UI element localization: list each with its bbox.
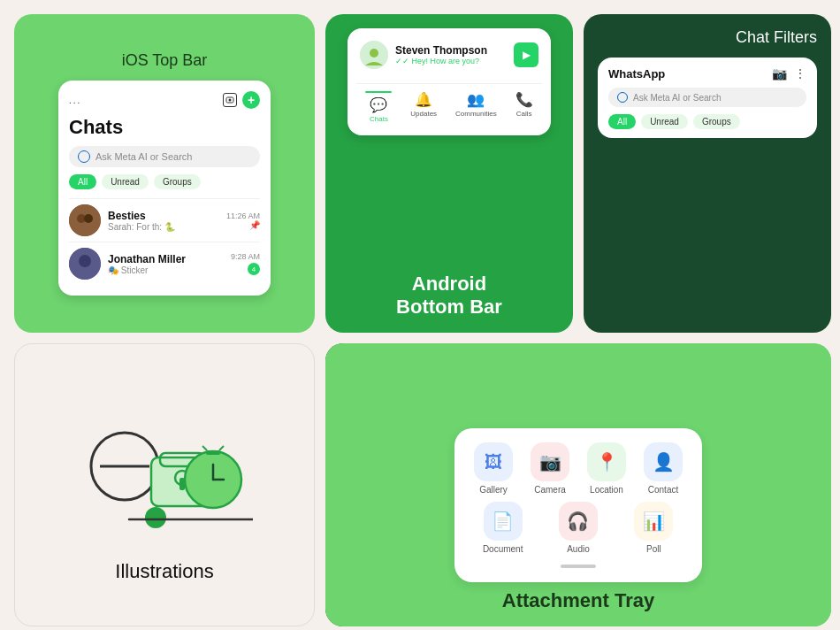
- pin-icon: 📌: [226, 220, 260, 230]
- att-poll[interactable]: 📊 Poll: [620, 502, 688, 554]
- svg-point-6: [79, 255, 91, 267]
- android-contact-status: ✓✓ Hey! How are you?: [395, 57, 487, 65]
- android-contact-name: Steven Thompson: [395, 44, 487, 57]
- chat-info-jonathan: Jonathan Miller 🎭 Sticker: [108, 253, 224, 275]
- illustrations-card: Illustrations: [14, 343, 315, 626]
- chat-item-jonathan[interactable]: Jonathan Miller 🎭 Sticker 9:28 AM 4: [69, 242, 260, 285]
- cf-meta-icon: [617, 92, 628, 103]
- chat-meta-jonathan: 9:28 AM 4: [231, 252, 260, 275]
- bottom-handle: [561, 565, 596, 568]
- communities-nav-label: Communities: [455, 110, 497, 118]
- android-title-line2: Bottom Bar: [396, 296, 502, 319]
- android-nav-calls[interactable]: 📞 Calls: [515, 91, 533, 123]
- cf-filter-unread[interactable]: Unread: [641, 114, 688, 129]
- android-card-title: Android Bottom Bar: [396, 262, 502, 319]
- attachment-grid-bottom: 📄 Document 🎧 Audio 📊 Poll: [469, 502, 688, 554]
- chat-time-besties: 11:26 AM: [226, 211, 260, 220]
- phone-top-icons: +: [223, 91, 260, 109]
- cf-filter-groups[interactable]: Groups: [693, 114, 740, 129]
- calls-nav-label: Calls: [516, 110, 532, 118]
- unread-badge-jonathan: 4: [248, 263, 260, 275]
- att-contact[interactable]: 👤 Contact: [638, 442, 688, 495]
- chat-time-jonathan: 9:28 AM: [231, 252, 260, 261]
- android-title-line1: Android: [396, 273, 502, 296]
- search-placeholder: Ask Meta AI or Search: [95, 151, 192, 162]
- chat-filters-card: Chat Filters WhatsApp 📷 ⋮ Ask Meta AI or…: [584, 14, 831, 333]
- ios-search-bar[interactable]: Ask Meta AI or Search: [69, 146, 260, 167]
- chat-preview-jonathan: 🎭 Sticker: [108, 265, 224, 275]
- svg-point-35: [145, 507, 166, 528]
- android-bottom-nav: 💬 Chats 🔔 Updates 👥 Communities 📞 Calls: [356, 83, 542, 127]
- chat-info-besties: Besties Sarah: For th: 🐍: [108, 210, 219, 232]
- att-gallery[interactable]: 🖼 Gallery: [469, 442, 518, 495]
- android-chat-header: Steven Thompson ✓✓ Hey! How are you? ▶: [356, 37, 542, 76]
- document-icon-btn: 📄: [484, 502, 523, 541]
- camera-label: Camera: [534, 485, 566, 495]
- chats-nav-icon: 💬: [370, 96, 387, 113]
- attachment-content: 🖼 Gallery 📷 Camera 📍 Location 👤 Contact: [340, 428, 817, 612]
- main-grid: iOS Top Bar ... + Chats Ask Meta AI or S…: [0, 0, 840, 630]
- cf-camera-icon: 📷: [772, 66, 787, 81]
- meta-icon: [78, 150, 90, 163]
- att-location[interactable]: 📍 Location: [582, 442, 631, 495]
- chat-meta-besties: 11:26 AM 📌: [226, 211, 260, 230]
- attachment-tray-card: 🖼 Gallery 📷 Camera 📍 Location 👤 Contact: [325, 343, 831, 626]
- android-nav-communities[interactable]: 👥 Communities: [455, 91, 497, 123]
- nav-indicator: [365, 91, 392, 93]
- filter-row: All Unread Groups: [69, 174, 260, 189]
- chat-item-besties[interactable]: Besties Sarah: For th: 🐍 11:26 AM 📌: [69, 198, 260, 242]
- android-video-button[interactable]: ▶: [514, 42, 538, 67]
- chat-name-jonathan: Jonathan Miller: [108, 253, 224, 265]
- contact-label: Contact: [648, 485, 678, 495]
- avatar-jonathan: [69, 248, 101, 280]
- svg-line-34: [219, 446, 224, 450]
- updates-nav-icon: 🔔: [415, 91, 432, 108]
- chat-filters-mockup: WhatsApp 📷 ⋮ Ask Meta AI or Search All U…: [598, 58, 817, 138]
- filter-groups[interactable]: Groups: [154, 174, 201, 189]
- filter-unread[interactable]: Unread: [102, 174, 149, 189]
- android-avatar: [360, 41, 388, 69]
- filter-all[interactable]: All: [69, 174, 96, 189]
- chats-heading: Chats: [69, 116, 260, 139]
- att-camera[interactable]: 📷 Camera: [525, 442, 575, 495]
- communities-nav-icon: 👥: [467, 91, 485, 108]
- location-icon-btn: 📍: [587, 442, 626, 481]
- location-label: Location: [590, 485, 623, 495]
- camera-icon: [223, 93, 237, 107]
- cf-filter-all[interactable]: All: [608, 114, 636, 129]
- cf-search-bar[interactable]: Ask Meta AI or Search: [608, 88, 806, 107]
- android-contact-info: Steven Thompson ✓✓ Hey! How are you?: [395, 44, 487, 65]
- chat-name-besties: Besties: [108, 210, 219, 222]
- chat-filters-title: Chat Filters: [598, 28, 817, 47]
- cf-menu-icon: ⋮: [794, 66, 806, 81]
- camera-icon-btn: 📷: [531, 442, 569, 481]
- audio-label: Audio: [567, 544, 590, 554]
- ios-phone-mockup: ... + Chats Ask Meta AI or Search All Un…: [58, 81, 271, 296]
- svg-point-1: [229, 99, 232, 102]
- att-document[interactable]: 📄 Document: [469, 502, 537, 554]
- cf-header-icons: 📷 ⋮: [772, 66, 806, 81]
- android-nav-updates[interactable]: 🔔 Updates: [410, 91, 437, 123]
- android-phone-mockup: Steven Thompson ✓✓ Hey! How are you? ▶ 💬…: [347, 28, 551, 135]
- android-card: Steven Thompson ✓✓ Hey! How are you? ▶ 💬…: [325, 14, 573, 333]
- gallery-label: Gallery: [479, 485, 508, 495]
- cf-header: WhatsApp 📷 ⋮: [608, 66, 806, 81]
- svg-point-8: [370, 49, 378, 58]
- svg-rect-32: [206, 450, 220, 455]
- android-nav-chats[interactable]: 💬 Chats: [365, 91, 392, 123]
- phone-top-bar: ... +: [69, 91, 260, 109]
- attachment-phone-mockup: 🖼 Gallery 📷 Camera 📍 Location 👤 Contact: [454, 428, 702, 582]
- calls-nav-icon: 📞: [515, 91, 533, 108]
- phone-dots: ...: [69, 96, 81, 105]
- new-chat-button[interactable]: +: [242, 91, 260, 109]
- whatsapp-logo: WhatsApp: [608, 67, 665, 81]
- svg-line-33: [202, 446, 207, 450]
- svg-point-4: [84, 214, 93, 223]
- illustrations-title: Illustrations: [115, 560, 213, 583]
- att-audio[interactable]: 🎧 Audio: [544, 502, 612, 554]
- document-label: Document: [483, 544, 523, 554]
- ios-title: iOS Top Bar: [122, 51, 208, 70]
- gallery-icon-btn: 🖼: [474, 442, 513, 481]
- contact-icon-btn: 👤: [644, 442, 683, 481]
- updates-nav-label: Updates: [410, 110, 437, 118]
